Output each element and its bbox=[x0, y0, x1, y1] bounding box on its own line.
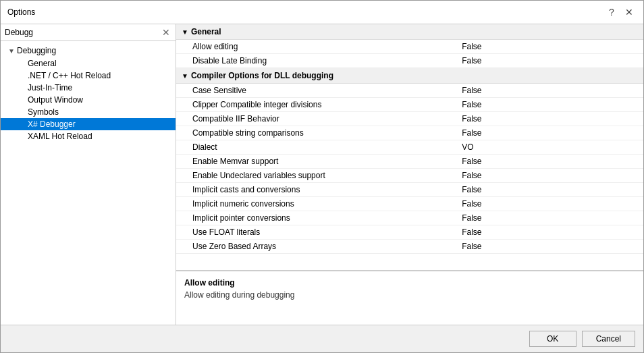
prop-name: Case Sensitive bbox=[176, 84, 456, 98]
prop-name: Enable Undeclared variables support bbox=[176, 169, 456, 183]
prop-value: False bbox=[456, 169, 643, 183]
prop-name: Use Zero Based Arrays bbox=[176, 240, 456, 254]
tree-item-x-sharp-debugger[interactable]: X# Debugger bbox=[1, 118, 176, 130]
prop-row[interactable]: Case SensitiveFalse bbox=[176, 84, 643, 98]
prop-name: Clipper Compatible integer divisions bbox=[176, 98, 456, 112]
prop-row[interactable]: Implicit casts and conversionsFalse bbox=[176, 183, 643, 197]
right-panel: ▼GeneralAllow editingFalseDisable Late B… bbox=[176, 24, 643, 325]
section-label-general: General bbox=[191, 27, 221, 36]
footer: OK Cancel bbox=[1, 325, 643, 352]
prop-value: False bbox=[456, 240, 643, 254]
prop-row[interactable]: Disable Late BindingFalse bbox=[176, 54, 643, 68]
tree-expand-icon-debugging: ▼ bbox=[6, 45, 17, 56]
prop-value: False bbox=[456, 155, 643, 169]
prop-value: False bbox=[456, 183, 643, 197]
prop-name: Use FLOAT literals bbox=[176, 225, 456, 240]
prop-row[interactable]: Enable Memvar supportFalse bbox=[176, 155, 643, 169]
left-panel: ✕ ▼DebuggingGeneral.NET / C++ Hot Reload… bbox=[1, 24, 176, 325]
tree-item-label-general: General bbox=[28, 59, 57, 68]
section-label-compiler-options: Compiler Options for DLL debugging bbox=[191, 71, 333, 80]
cancel-button[interactable]: Cancel bbox=[582, 331, 635, 347]
tree-item-symbols[interactable]: Symbols bbox=[1, 106, 176, 118]
prop-name: Dialect bbox=[176, 140, 456, 155]
section-header-compiler-options[interactable]: ▼Compiler Options for DLL debugging bbox=[176, 68, 643, 84]
tree-item-label-just-in-time: Just-In-Time bbox=[28, 83, 72, 92]
title-bar-buttons: ? ✕ bbox=[604, 5, 637, 20]
prop-row[interactable]: Compatible string comparisonsFalse bbox=[176, 126, 643, 140]
section-chevron-general: ▼ bbox=[182, 28, 188, 36]
tree-item-label-symbols: Symbols bbox=[28, 107, 59, 117]
prop-name: Compatible IIF Behavior bbox=[176, 112, 456, 126]
prop-name: Implicit pointer conversions bbox=[176, 211, 456, 225]
title-bar: Options ? ✕ bbox=[1, 1, 643, 24]
prop-value: False bbox=[456, 40, 643, 54]
prop-row[interactable]: Enable Undeclared variables supportFalse bbox=[176, 169, 643, 183]
tree-item-xaml-hot-reload[interactable]: XAML Hot Reload bbox=[1, 130, 176, 142]
close-button[interactable]: ✕ bbox=[622, 5, 637, 20]
prop-value: False bbox=[456, 197, 643, 211]
prop-value: False bbox=[456, 54, 643, 68]
search-bar: ✕ bbox=[1, 24, 176, 41]
tree-item-dotnet-hotreload[interactable]: .NET / C++ Hot Reload bbox=[1, 70, 176, 82]
prop-row[interactable]: Use Zero Based ArraysFalse bbox=[176, 240, 643, 254]
section-header-general[interactable]: ▼General bbox=[176, 24, 643, 40]
prop-row[interactable]: Use FLOAT literalsFalse bbox=[176, 225, 643, 240]
prop-name: Compatible string comparisons bbox=[176, 126, 456, 140]
description-text: Allow editing during debugging bbox=[184, 290, 635, 300]
properties-grid: ▼GeneralAllow editingFalseDisable Late B… bbox=[176, 24, 643, 254]
prop-value: False bbox=[456, 98, 643, 112]
tree-item-label-debugging: Debugging bbox=[17, 46, 56, 55]
tree-item-debugging[interactable]: ▼Debugging bbox=[1, 44, 176, 57]
prop-row[interactable]: Implicit pointer conversionsFalse bbox=[176, 211, 643, 225]
tree-item-output-window[interactable]: Output Window bbox=[1, 94, 176, 106]
main-content: ✕ ▼DebuggingGeneral.NET / C++ Hot Reload… bbox=[1, 24, 643, 325]
tree-item-just-in-time[interactable]: Just-In-Time bbox=[1, 82, 176, 94]
description-title: Allow editing bbox=[184, 278, 635, 288]
prop-name: Allow editing bbox=[176, 40, 456, 54]
options-dialog: Options ? ✕ ✕ ▼DebuggingGeneral.NET / C+… bbox=[0, 0, 644, 353]
prop-value: VO bbox=[456, 140, 643, 155]
description-panel: Allow editing Allow editing during debug… bbox=[176, 271, 643, 325]
prop-row[interactable]: Implicit numeric conversionsFalse bbox=[176, 197, 643, 211]
prop-row[interactable]: Compatible IIF BehaviorFalse bbox=[176, 112, 643, 126]
prop-value: False bbox=[456, 225, 643, 240]
help-button[interactable]: ? bbox=[604, 5, 619, 20]
prop-row[interactable]: Allow editingFalse bbox=[176, 40, 643, 54]
tree-item-label-xaml-hot-reload: XAML Hot Reload bbox=[28, 132, 92, 141]
ok-button[interactable]: OK bbox=[529, 331, 576, 347]
prop-value: False bbox=[456, 112, 643, 126]
tree-container: ▼DebuggingGeneral.NET / C++ Hot ReloadJu… bbox=[1, 41, 176, 325]
prop-row[interactable]: DialectVO bbox=[176, 140, 643, 155]
properties-table: ▼GeneralAllow editingFalseDisable Late B… bbox=[176, 24, 643, 271]
tree-item-general[interactable]: General bbox=[1, 57, 176, 70]
prop-value: False bbox=[456, 126, 643, 140]
tree-item-label-output-window: Output Window bbox=[28, 95, 83, 105]
prop-name: Enable Memvar support bbox=[176, 155, 456, 169]
prop-name: Implicit casts and conversions bbox=[176, 183, 456, 197]
search-input[interactable] bbox=[5, 28, 161, 37]
prop-name: Implicit numeric conversions bbox=[176, 197, 456, 211]
tree-item-label-dotnet-hotreload: .NET / C++ Hot Reload bbox=[28, 71, 111, 80]
prop-row[interactable]: Clipper Compatible integer divisionsFals… bbox=[176, 98, 643, 112]
section-chevron-compiler-options: ▼ bbox=[182, 72, 188, 80]
prop-name: Disable Late Binding bbox=[176, 54, 456, 68]
tree-item-label-x-sharp-debugger: X# Debugger bbox=[28, 119, 76, 129]
prop-value: False bbox=[456, 211, 643, 225]
dialog-title: Options bbox=[7, 7, 35, 17]
prop-value: False bbox=[456, 84, 643, 98]
search-clear-button[interactable]: ✕ bbox=[161, 27, 171, 38]
